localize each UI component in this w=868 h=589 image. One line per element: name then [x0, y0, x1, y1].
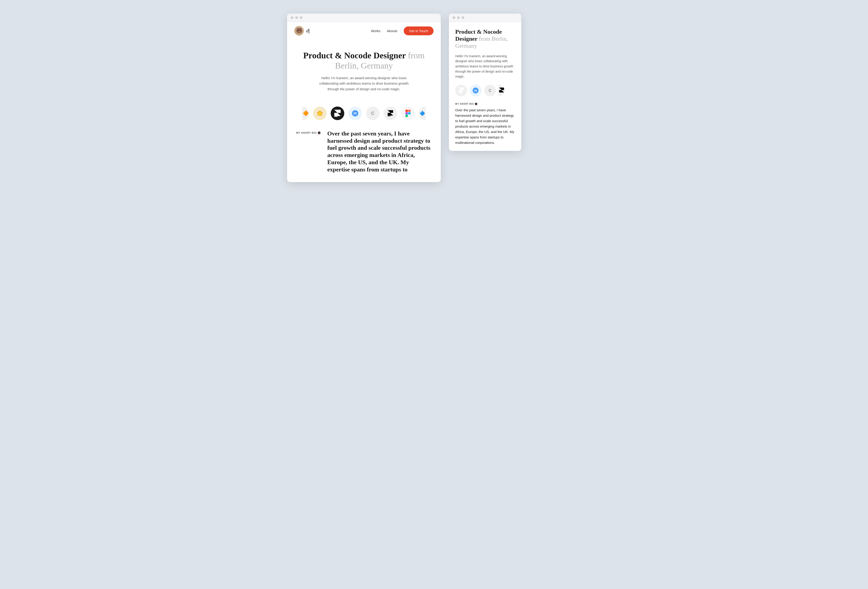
- svg-rect-12: [405, 114, 408, 117]
- hero-title-main: Product & Nocode Designer: [303, 51, 406, 60]
- svg-rect-11: [405, 112, 408, 115]
- secondary-browser-window: Product & Nocode Designer from Berlin, G…: [449, 13, 521, 151]
- tools-row: 🔶: [287, 99, 441, 127]
- text-cursor: [309, 29, 309, 34]
- bio-text: Over the past seven years, I have harnes…: [327, 130, 432, 173]
- tool-framer-top: [384, 107, 397, 120]
- nav-abouts-link[interactable]: Abouts: [387, 29, 397, 33]
- avatar: 🐻: [294, 26, 304, 36]
- nav-letter: d: [306, 28, 309, 34]
- svg-point-13: [408, 112, 411, 115]
- browser-dot-yellow: [295, 16, 298, 19]
- sec-browser-dot-red: [453, 16, 455, 19]
- sec-bio-text: Over the past seven years, I have harnes…: [455, 107, 515, 145]
- main-browser-window: 🐻 d Works Abouts Get in Touch Product & …: [287, 13, 441, 182]
- sec-title: Product & Nocode Designer from Berlin, G…: [455, 28, 515, 50]
- get-in-touch-button[interactable]: Get in Touch: [404, 27, 434, 35]
- tool-coda: C: [366, 107, 379, 120]
- sec-tool-framer-dark: [455, 84, 467, 96]
- browser-dot-red: [291, 16, 294, 19]
- svg-rect-9: [405, 110, 408, 112]
- sec-tools-row: m C: [455, 84, 515, 96]
- nav-links: Works Abouts Get in Touch: [371, 27, 434, 35]
- bio-label: MY SHORT BIO 🧑🏿: [296, 130, 321, 135]
- tool-figma: [401, 107, 415, 120]
- svg-text:m: m: [354, 111, 357, 115]
- nav-logo: 🐻 d: [294, 26, 309, 36]
- hero-title: Product & Nocode Designer fromBerlin, Ge…: [298, 50, 430, 71]
- sec-bio-label: MY SHORT BIO 🧑🏿: [455, 103, 515, 105]
- sec-tool-coda: C: [484, 84, 496, 96]
- secondary-content: Product & Nocode Designer from Berlin, G…: [449, 22, 521, 151]
- tool-maze: m: [348, 107, 362, 120]
- nav-works-link[interactable]: Works: [371, 29, 381, 33]
- browser-dot-green: [300, 16, 303, 19]
- browser-chrome-main: [287, 13, 441, 22]
- tool-sketch: [313, 107, 327, 120]
- hero-section: Product & Nocode Designer fromBerlin, Ge…: [287, 40, 441, 99]
- sec-browser-dot-yellow: [457, 16, 460, 19]
- svg-text:C: C: [489, 89, 492, 93]
- hero-subtitle: Hello! I'm Kareem, an award-winning desi…: [314, 75, 414, 92]
- sec-subtitle: Hello! I'm Kareem, an award-winning desi…: [455, 53, 515, 79]
- sec-browser-dot-green: [462, 16, 464, 19]
- tool-partial-right: 🔷: [419, 107, 426, 120]
- sec-tool-maze: m: [470, 84, 481, 96]
- svg-text:C: C: [371, 111, 374, 115]
- main-nav: 🐻 d Works Abouts Get in Touch: [287, 22, 441, 40]
- tool-framer: [331, 107, 344, 120]
- tool-partial-left: 🔶: [302, 107, 309, 120]
- svg-rect-10: [408, 110, 411, 112]
- sec-tool-partial: [499, 84, 505, 96]
- bio-section: MY SHORT BIO 🧑🏿 Over the past seven year…: [287, 127, 441, 182]
- svg-text:m: m: [474, 89, 477, 92]
- browser-chrome-secondary: [449, 13, 521, 22]
- page-wrapper: 🐻 d Works Abouts Get in Touch Product & …: [287, 13, 581, 182]
